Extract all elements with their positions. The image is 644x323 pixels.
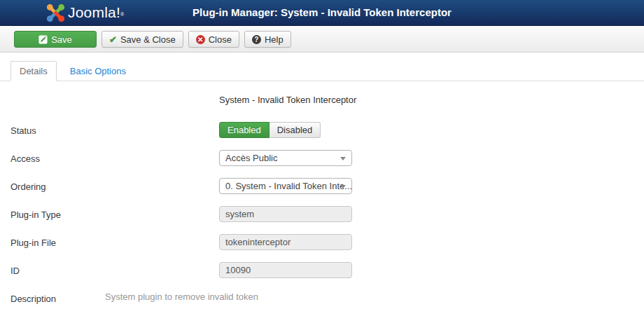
- save-edit-icon: [38, 35, 48, 44]
- tab-bar: Details Basic Options: [0, 61, 644, 81]
- ordering-select-value: 0. System - Invalid Token Inte...: [220, 179, 351, 193]
- admin-header: Joomla! ® Plug-in Manager: System - Inva…: [0, 0, 644, 26]
- description-text: System plugin to remove invalid token: [105, 290, 258, 302]
- help-button[interactable]: ? Help: [244, 31, 291, 48]
- access-select-value: Accès Public: [220, 151, 351, 165]
- toolbar: Save ✔ Save & Close ✕ Close ? Help: [0, 26, 644, 53]
- status-toggle: Enabled Disabled: [219, 122, 321, 138]
- status-label: Status: [10, 122, 219, 136]
- ordering-label: Ordering: [10, 178, 219, 192]
- description-label: Description: [10, 290, 105, 304]
- empty-label: [10, 94, 219, 97]
- status-disabled-button[interactable]: Disabled: [270, 122, 321, 138]
- id-row: ID: [10, 262, 644, 278]
- plugin-file-row: Plug-in File: [10, 234, 644, 250]
- check-icon: ✔: [109, 35, 117, 44]
- status-row: Status Enabled Disabled: [10, 122, 644, 138]
- id-label: ID: [10, 262, 219, 276]
- status-enabled-button[interactable]: Enabled: [219, 122, 270, 138]
- access-row: Access Accès Public: [10, 150, 644, 166]
- plugin-type-row: Plug-in Type: [10, 206, 644, 222]
- plugin-file-field: [219, 234, 352, 250]
- save-close-button-label: Save & Close: [120, 34, 176, 45]
- tab-basic-options[interactable]: Basic Options: [63, 62, 133, 81]
- ordering-row: Ordering 0. System - Invalid Token Inte.…: [10, 178, 644, 194]
- plugin-title: System - Invalid Token Interceptor: [219, 94, 356, 105]
- ordering-select[interactable]: 0. System - Invalid Token Inte...: [219, 178, 352, 194]
- plugin-type-field: [219, 206, 352, 222]
- save-button-label: Save: [51, 34, 72, 45]
- tab-details[interactable]: Details: [10, 61, 57, 81]
- close-icon: ✕: [196, 35, 205, 44]
- plugin-file-label: Plug-in File: [10, 234, 219, 248]
- access-label: Access: [10, 150, 219, 164]
- help-button-label: Help: [265, 34, 284, 45]
- close-button[interactable]: ✕ Close: [188, 31, 239, 48]
- plugin-type-label: Plug-in Type: [10, 206, 219, 220]
- plugin-edit-form: System - Invalid Token Interceptor Statu…: [0, 81, 644, 306]
- chevron-down-icon: [340, 185, 346, 188]
- save-close-button[interactable]: ✔ Save & Close: [102, 31, 183, 48]
- plugin-title-row: System - Invalid Token Interceptor: [10, 94, 644, 110]
- chevron-down-icon: [340, 157, 346, 160]
- description-row: Description System plugin to remove inva…: [10, 290, 644, 306]
- access-select[interactable]: Accès Public: [219, 150, 352, 166]
- close-button-label: Close: [209, 34, 232, 45]
- id-field: [219, 262, 352, 278]
- save-button[interactable]: Save: [14, 31, 97, 48]
- page-title: Plug-in Manager: System - Invalid Token …: [0, 0, 644, 25]
- help-icon: ?: [252, 35, 261, 44]
